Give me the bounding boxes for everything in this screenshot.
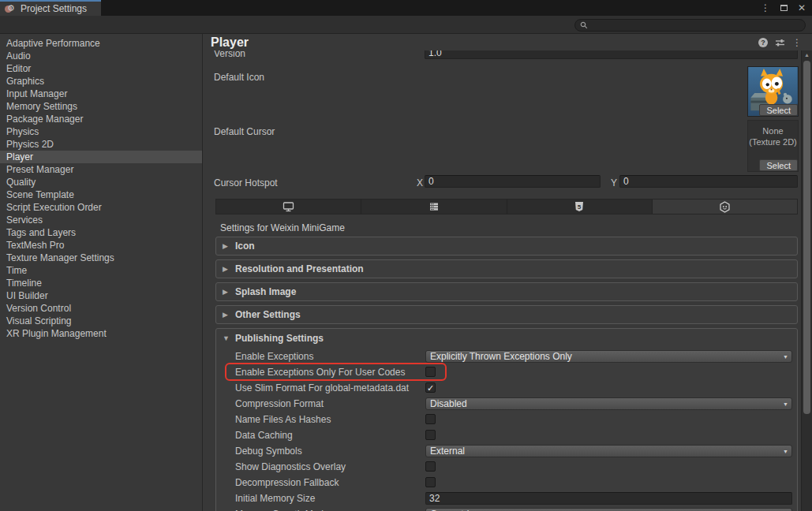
sidebar-item-timeline[interactable]: Timeline [0, 277, 202, 289]
row-name-files-as-hashes: Name Files As Hashes [216, 412, 797, 427]
cursor-hotspot-label: Cursor Hotspot [214, 177, 278, 189]
check-icon: ✓ [426, 383, 435, 393]
compression-format-dropdown[interactable]: Disabled ▼ [425, 397, 792, 410]
version-label: Version [214, 50, 245, 60]
scroll-up-icon[interactable]: ▲ [802, 52, 812, 58]
sidebar-item-graphics[interactable]: Graphics [0, 75, 202, 88]
sidebar-item-visual-scripting[interactable]: Visual Scripting [0, 315, 202, 327]
window-titlebar: ⚙ Project Settings ⋮ ✕ [0, 0, 812, 16]
section-other-settings[interactable]: ▶ Other Settings [215, 305, 798, 324]
platform-tab-webgl[interactable]: 5 [507, 200, 653, 214]
cursor-type-text: (Texture 2D) [748, 136, 798, 147]
server-icon [428, 201, 440, 212]
section-icon[interactable]: ▶ Icon [215, 237, 798, 255]
sidebar-item-memory-settings[interactable]: Memory Settings [0, 100, 202, 113]
chevron-right-icon: ▶ [223, 242, 230, 250]
sidebar-item-xr-plugin-management[interactable]: XR Plugin Management [0, 327, 202, 340]
platform-tab-dedicated-server[interactable] [361, 200, 507, 214]
default-icon-select-button[interactable]: Select [759, 104, 798, 116]
row-data-caching: Data Caching [216, 427, 797, 443]
scrollbar-thumb[interactable] [803, 61, 810, 414]
sidebar-item-player[interactable]: Player [0, 151, 202, 163]
sidebar-item-physics-2d[interactable]: Physics 2D [0, 138, 202, 151]
sidebar-item-quality[interactable]: Quality [0, 176, 202, 188]
publishing-settings-header[interactable]: ▼ Publishing Settings [216, 329, 797, 348]
data-caching-checkbox[interactable] [425, 430, 436, 440]
sidebar-item-editor[interactable]: Editor [0, 62, 202, 75]
hotspot-x-field[interactable] [425, 175, 601, 188]
player-settings-panel: Player ? ⋮ Version Default Icon [202, 34, 812, 511]
default-cursor-label: Default Cursor [214, 125, 275, 138]
settings-sidebar: Adaptive Performance Audio Editor Graphi… [0, 34, 202, 511]
panel-header: Player ? ⋮ [203, 34, 812, 50]
section-resolution-and-presentation[interactable]: ▶ Resolution and Presentation [215, 259, 798, 278]
section-label: Other Settings [235, 309, 301, 320]
sidebar-item-textmesh-pro[interactable]: TextMesh Pro [0, 239, 202, 252]
row-enable-exceptions: Enable Exceptions Explicitly Thrown Exce… [216, 349, 797, 364]
hotspot-y-field[interactable] [619, 175, 798, 188]
memory-growth-mode-dropdown[interactable]: Geometric ▼ [425, 508, 792, 511]
sidebar-item-adaptive-performance[interactable]: Adaptive Performance [0, 37, 202, 50]
sidebar-item-tags-and-layers[interactable]: Tags and Layers [0, 226, 202, 239]
sidebar-item-scene-template[interactable]: Scene Template [0, 188, 202, 201]
field-label: Show Diagnostics Overlay [235, 459, 346, 475]
sidebar-item-physics[interactable]: Physics [0, 125, 202, 138]
sidebar-item-version-control[interactable]: Version Control [0, 302, 202, 315]
sidebar-item-ui-builder[interactable]: UI Builder [0, 289, 202, 302]
initial-memory-size-field[interactable] [425, 492, 792, 505]
default-cursor-thumbnail[interactable]: None (Texture 2D) Select [747, 120, 799, 172]
help-icon[interactable]: ? [758, 38, 768, 47]
name-files-as-hashes-checkbox[interactable] [425, 414, 436, 424]
maximize-icon[interactable] [780, 5, 788, 11]
search-input[interactable] [588, 21, 800, 30]
field-label: Use Slim Format For global-metadata.dat [235, 380, 409, 396]
sidebar-item-input-manager[interactable]: Input Manager [0, 88, 202, 100]
weixin-minigame-icon [719, 201, 731, 213]
platform-tab-weixin-minigame[interactable] [653, 200, 797, 214]
enable-exceptions-dropdown[interactable]: Explicitly Thrown Exceptions Only ▼ [425, 350, 792, 363]
chevron-down-icon: ▼ [783, 354, 788, 360]
field-label: Name Files As Hashes [235, 412, 331, 427]
row-decompression-fallback: Decompression Fallback [216, 475, 797, 490]
default-icon-thumbnail[interactable]: Select [747, 66, 799, 117]
project-settings-icon: ⚙ [5, 3, 17, 14]
tab-project-settings[interactable]: ⚙ Project Settings [0, 0, 101, 16]
default-icon-label: Default Icon [214, 71, 264, 84]
sidebar-item-audio[interactable]: Audio [0, 50, 202, 62]
sidebar-item-texture-manager-settings[interactable]: Texture Manager Settings [0, 252, 202, 264]
search-box[interactable] [574, 19, 806, 32]
cursor-none-text: None [748, 125, 798, 136]
scroll-content: Version Default Icon [203, 50, 801, 511]
chevron-right-icon: ▶ [223, 311, 230, 319]
sidebar-item-time[interactable]: Time [0, 264, 202, 277]
window-menu-icon[interactable]: ⋮ [761, 0, 770, 16]
chevron-down-icon: ▼ [223, 334, 230, 342]
sidebar-item-script-execution-order[interactable]: Script Execution Order [0, 201, 202, 214]
presets-icon[interactable] [775, 38, 785, 47]
section-splash-image[interactable]: ▶ Splash Image [215, 282, 798, 301]
field-label: Memory Growth Mode [235, 506, 329, 511]
show-diagnostics-overlay-checkbox[interactable] [425, 461, 436, 472]
sidebar-item-preset-manager[interactable]: Preset Manager [0, 163, 202, 176]
platform-tab-standalone[interactable] [216, 200, 361, 214]
sidebar-item-package-manager[interactable]: Package Manager [0, 113, 202, 125]
close-icon[interactable]: ✕ [798, 0, 806, 16]
sidebar-item-services[interactable]: Services [0, 214, 202, 226]
section-label: Splash Image [235, 286, 296, 297]
gear-icon: ⚙ [7, 3, 15, 13]
chevron-right-icon: ▶ [223, 265, 230, 273]
window-controls: ⋮ ✕ [761, 0, 806, 16]
field-label: Decompression Fallback [235, 475, 339, 490]
red-highlight-box [225, 363, 447, 381]
chevron-down-icon: ▼ [783, 401, 788, 408]
vertical-scrollbar[interactable]: ▲ ▼ [801, 50, 812, 511]
tab-title: Project Settings [21, 3, 87, 14]
more-options-icon[interactable]: ⋮ [792, 38, 802, 47]
platform-tabstrip: 5 [215, 199, 798, 214]
decompression-fallback-checkbox[interactable] [425, 477, 436, 487]
use-slim-format-checkbox[interactable]: ✓ [425, 382, 436, 393]
version-field[interactable] [425, 50, 798, 59]
debug-symbols-dropdown[interactable]: External ▼ [425, 445, 792, 457]
default-cursor-select-button[interactable]: Select [759, 159, 798, 171]
hotspot-y-label: Y [611, 177, 617, 189]
